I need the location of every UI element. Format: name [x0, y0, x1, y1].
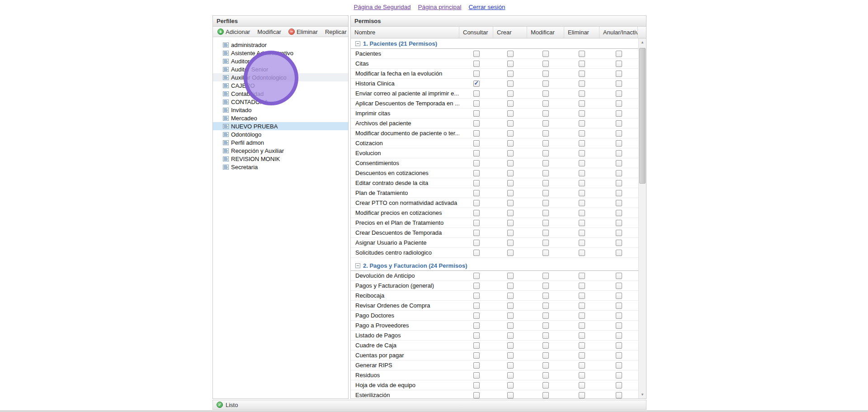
checkbox-modificar[interactable] [542, 81, 549, 87]
checkbox-modificar[interactable] [542, 140, 549, 147]
profile-item[interactable]: Secretaria [213, 163, 348, 171]
checkbox-eliminar[interactable] [579, 130, 585, 137]
checkbox-consultar[interactable] [473, 120, 480, 127]
checkbox-consultar[interactable] [473, 293, 480, 299]
checkbox-crear[interactable] [507, 313, 514, 319]
checkbox-anular-inactivar[interactable] [616, 100, 622, 107]
checkbox-crear[interactable] [507, 200, 514, 206]
checkbox-consultar[interactable] [473, 130, 480, 137]
profile-item[interactable]: Mercadeo [213, 114, 348, 122]
checkbox-eliminar[interactable] [579, 230, 585, 236]
checkbox-crear[interactable] [507, 283, 514, 289]
checkbox-modificar[interactable] [542, 180, 549, 186]
checkbox-anular-inactivar[interactable] [616, 71, 622, 77]
checkbox-crear[interactable] [507, 130, 514, 137]
checkbox-eliminar[interactable] [579, 190, 585, 196]
checkbox-eliminar[interactable] [579, 100, 585, 107]
checkbox-eliminar[interactable] [579, 170, 585, 176]
checkbox-eliminar[interactable] [579, 303, 585, 309]
checkbox-anular-inactivar[interactable] [616, 190, 622, 196]
profile-item[interactable]: administrador [213, 41, 348, 49]
checkbox-consultar[interactable] [473, 273, 480, 279]
checkbox-crear[interactable] [507, 170, 514, 176]
checkbox-anular-inactivar[interactable] [616, 332, 622, 339]
checkbox-eliminar[interactable] [579, 293, 585, 299]
vertical-scrollbar[interactable]: ▲ ▼ [638, 38, 646, 398]
checkbox-consultar[interactable] [473, 362, 480, 369]
checkbox-anular-inactivar[interactable] [616, 273, 622, 279]
checkbox-consultar[interactable] [473, 283, 480, 289]
checkbox-crear[interactable] [507, 180, 514, 186]
profile-item[interactable]: Invitado [213, 106, 348, 114]
checkbox-anular-inactivar[interactable] [616, 51, 622, 57]
checkbox-consultar[interactable] [473, 150, 480, 156]
scroll-up-icon[interactable]: ▲ [639, 38, 646, 46]
profile-item[interactable]: Contabilidad [213, 90, 348, 98]
checkbox-modificar[interactable] [542, 200, 549, 206]
checkbox-consultar[interactable] [473, 332, 480, 339]
checkbox-anular-inactivar[interactable] [616, 61, 622, 67]
checkbox-eliminar[interactable] [579, 180, 585, 186]
scroll-down-icon[interactable]: ▼ [639, 391, 646, 398]
checkbox-modificar[interactable] [542, 332, 549, 339]
checkbox-crear[interactable] [507, 220, 514, 226]
top-link-1[interactable]: Página principal [418, 4, 462, 10]
checkbox-consultar[interactable] [473, 303, 480, 309]
checkbox-modificar[interactable] [542, 382, 549, 388]
checkbox-eliminar[interactable] [579, 51, 585, 57]
checkbox-consultar[interactable] [473, 140, 480, 147]
profile-item[interactable]: Asistente Administrativo [213, 49, 348, 57]
checkbox-crear[interactable] [507, 352, 514, 359]
checkbox-anular-inactivar[interactable] [616, 90, 622, 97]
checkbox-eliminar[interactable] [579, 332, 585, 339]
checkbox-modificar[interactable] [542, 190, 549, 196]
checkbox-modificar[interactable] [542, 210, 549, 216]
checkbox-eliminar[interactable] [579, 110, 585, 117]
profile-item[interactable]: NUEVO PRUEBA [213, 122, 348, 130]
checkbox-crear[interactable] [507, 160, 514, 166]
checkbox-anular-inactivar[interactable] [616, 180, 622, 186]
checkbox-consultar[interactable] [473, 71, 480, 77]
checkbox-modificar[interactable] [542, 71, 549, 77]
checkbox-eliminar[interactable] [579, 240, 585, 246]
profile-item[interactable]: Odontólogo [213, 130, 348, 138]
profile-item[interactable]: Recepción y Auxiliar [213, 147, 348, 155]
checkbox-eliminar[interactable] [579, 273, 585, 279]
checkbox-modificar[interactable] [542, 273, 549, 279]
checkbox-crear[interactable] [507, 150, 514, 156]
checkbox-crear[interactable] [507, 51, 514, 57]
checkbox-consultar[interactable] [473, 180, 480, 186]
checkbox-consultar[interactable] [473, 81, 480, 87]
profile-item[interactable]: REVISION MONIK [213, 155, 348, 163]
checkbox-anular-inactivar[interactable] [616, 170, 622, 176]
checkbox-consultar[interactable] [473, 313, 480, 319]
checkbox-anular-inactivar[interactable] [616, 200, 622, 206]
checkbox-modificar[interactable] [542, 342, 549, 349]
checkbox-anular-inactivar[interactable] [616, 342, 622, 349]
checkbox-modificar[interactable] [542, 303, 549, 309]
checkbox-crear[interactable] [507, 240, 514, 246]
checkbox-eliminar[interactable] [579, 362, 585, 369]
checkbox-eliminar[interactable] [579, 352, 585, 359]
checkbox-modificar[interactable] [542, 293, 549, 299]
checkbox-modificar[interactable] [542, 362, 549, 369]
checkbox-anular-inactivar[interactable] [616, 382, 622, 388]
checkbox-consultar[interactable] [473, 392, 480, 398]
scrollbar-thumb[interactable] [639, 48, 646, 184]
top-link-2[interactable]: Cerrar sesión [469, 4, 505, 10]
checkbox-consultar[interactable] [473, 51, 480, 57]
checkbox-consultar[interactable] [473, 250, 480, 256]
checkbox-anular-inactivar[interactable] [616, 120, 622, 127]
checkbox-anular-inactivar[interactable] [616, 322, 622, 329]
checkbox-crear[interactable] [507, 332, 514, 339]
checkbox-modificar[interactable] [542, 220, 549, 226]
checkbox-eliminar[interactable] [579, 61, 585, 67]
checkbox-consultar[interactable] [473, 352, 480, 359]
collapse-icon[interactable] [355, 41, 360, 46]
checkbox-eliminar[interactable] [579, 313, 585, 319]
checkbox-eliminar[interactable] [579, 392, 585, 398]
checkbox-anular-inactivar[interactable] [616, 313, 622, 319]
checkbox-modificar[interactable] [542, 130, 549, 137]
checkbox-crear[interactable] [507, 303, 514, 309]
checkbox-eliminar[interactable] [579, 210, 585, 216]
